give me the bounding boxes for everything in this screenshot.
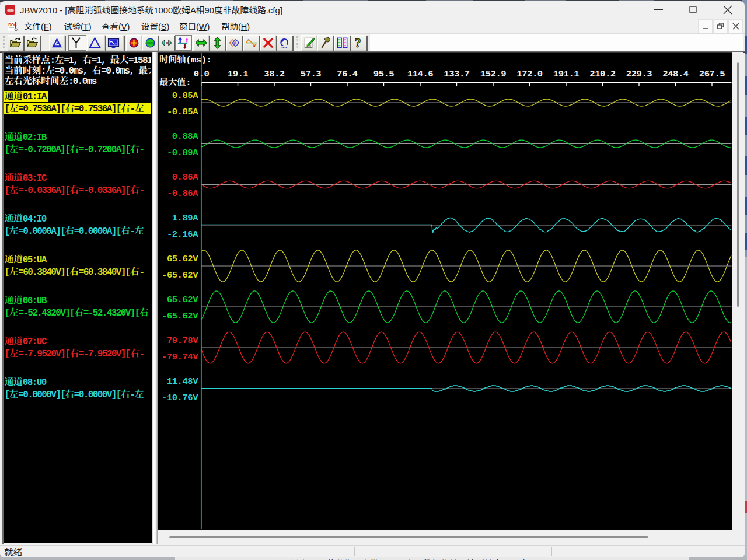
svg-text:DOC: DOC xyxy=(8,23,17,27)
svg-text:19.1: 19.1 xyxy=(228,69,249,79)
svg-text:38.2: 38.2 xyxy=(264,69,285,79)
svg-text:-0.89A: -0.89A xyxy=(167,148,198,158)
svg-text:267.5: 267.5 xyxy=(699,69,725,79)
svg-text:-79.74V: -79.74V xyxy=(162,352,198,362)
svg-text:210.2: 210.2 xyxy=(589,69,615,79)
svg-text:-2.16A: -2.16A xyxy=(167,229,198,240)
svg-text:172.0: 172.0 xyxy=(516,69,542,79)
svg-text:-65.62V: -65.62V xyxy=(162,270,198,281)
svg-text:?: ? xyxy=(355,36,361,50)
svg-text:152.9: 152.9 xyxy=(480,69,506,79)
svg-text:76.4: 76.4 xyxy=(337,69,358,79)
svg-text:-0.85A: -0.85A xyxy=(167,107,198,117)
svg-text:0.85A: 0.85A xyxy=(172,90,198,101)
svg-text:-10.76V: -10.76V xyxy=(162,393,198,403)
svg-text:248.4: 248.4 xyxy=(662,69,688,79)
svg-text:229.3: 229.3 xyxy=(626,69,652,79)
svg-text:1.89A: 1.89A xyxy=(172,213,198,223)
svg-text:133.7: 133.7 xyxy=(444,69,469,79)
svg-text:最大值:: 最大值: xyxy=(159,77,191,88)
svg-text:65.62V: 65.62V xyxy=(167,295,198,305)
svg-text:57.3: 57.3 xyxy=(301,69,322,79)
svg-text:时间轴(ms):: 时间轴(ms): xyxy=(159,54,211,65)
svg-text:191.1: 191.1 xyxy=(553,69,579,79)
svg-text:65.62V: 65.62V xyxy=(167,254,198,264)
svg-text:-0.86A: -0.86A xyxy=(167,188,198,199)
svg-text:11.48V: 11.48V xyxy=(167,376,198,387)
svg-text:-65.62V: -65.62V xyxy=(162,311,198,321)
svg-text:114.6: 114.6 xyxy=(407,69,433,79)
svg-text:79.78V: 79.78V xyxy=(167,335,198,346)
svg-text:95.5: 95.5 xyxy=(374,69,395,79)
svg-text:0.88A: 0.88A xyxy=(172,131,198,142)
svg-text:0.86A: 0.86A xyxy=(172,172,198,183)
